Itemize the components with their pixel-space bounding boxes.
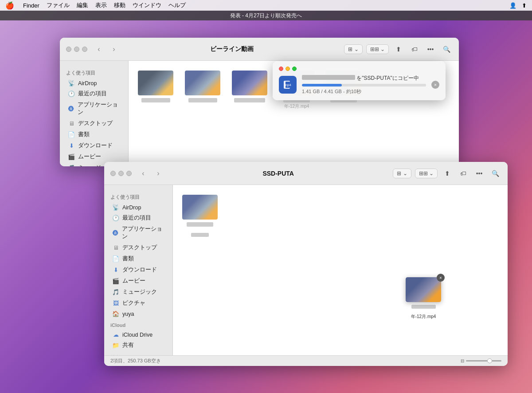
menu-edit[interactable]: 編集	[77, 1, 88, 9]
forward-button-2[interactable]: ›	[153, 168, 164, 179]
sidebar-label: AirDrop	[122, 204, 141, 211]
finder-body-2: よく使う項目 📡 AirDrop 🕐 最近の項目 🅐 アプリケーション 🖥 デス…	[104, 185, 508, 355]
share-button-2[interactable]: ⬆	[441, 167, 454, 180]
search-button-1[interactable]: 🔍	[440, 43, 453, 55]
grid-view-button-2[interactable]: ⊞⊞ ⌄	[415, 169, 437, 178]
places-label-2: 場所	[104, 351, 172, 355]
copy-cancel-button[interactable]: ×	[431, 81, 439, 89]
sidebar-item-photos-2[interactable]: 🖼 ピクチャ	[106, 298, 171, 309]
menu-go[interactable]: 移動	[114, 1, 125, 9]
share-button-1[interactable]: ⬆	[392, 43, 405, 55]
back-button-1[interactable]: ‹	[94, 44, 104, 55]
sidebar-item-apps-1[interactable]: 🅐 アプリケーション	[62, 99, 126, 118]
finder-window-2: ‹ › SSD-PUTA ⊞ ⌄ ⊞⊞ ⌄ ⬆ 🏷 ••• 🔍 よく使う項目 📡…	[104, 162, 508, 366]
sidebar-label: yuya	[122, 311, 134, 317]
sidebar-label: iCloud Drive	[122, 332, 153, 338]
movies-icon: 🎬	[68, 153, 75, 160]
view-btns-3: ⊞ ⌄	[393, 169, 411, 178]
icloud-icon-2: ☁	[112, 331, 119, 338]
sidebar-item-desktop-1[interactable]: 🖥 デスクトップ	[62, 118, 126, 129]
sidebar-item-recent-1[interactable]: 🕐 最近の項目	[62, 88, 126, 99]
menu-file[interactable]: ファイル	[47, 1, 70, 9]
close-button-1[interactable]	[66, 47, 71, 52]
copy-progress-fill	[302, 84, 342, 86]
fullscreen-button-2[interactable]	[126, 171, 132, 176]
grid-view-button-1[interactable]: ⊞⊞ ⌄	[367, 45, 388, 54]
notification-bar: 発表 - 4月27日より順次発売へ	[0, 11, 532, 20]
sidebar-item-airdrop-2[interactable]: 📡 AirDrop	[106, 202, 171, 212]
sidebar-item-movies-2[interactable]: 🎬 ムービー	[106, 275, 171, 287]
status-bar-2: 2項目、250.73 GB空き ⊟	[104, 355, 508, 366]
minimize-button-1[interactable]	[74, 47, 79, 52]
toolbar-actions-1: ⊞ ⌄ ⊞⊞ ⌄ ⬆ 🏷 ••• 🔍	[344, 43, 453, 55]
status-text: 2項目、250.73 GB空き	[110, 358, 161, 364]
slider-track[interactable]	[466, 360, 501, 362]
search-button-2[interactable]: 🔍	[489, 167, 501, 180]
sidebar-label: AirDrop	[78, 80, 97, 86]
sidebar-item-desktop-2[interactable]: 🖥 デスクトップ	[106, 242, 171, 253]
slider-small-icon: ⊟	[461, 358, 464, 363]
sidebar-item-airdrop-1[interactable]: 📡 AirDrop	[62, 78, 126, 88]
finder-window-1: ‹ › ビーライン動画 ⊞ ⌄ ⊞⊞ ⌄ ⬆ 🏷 ••• 🔍 よく使う項目 📡 …	[60, 38, 459, 166]
photos-icon-2: 🖼	[112, 300, 119, 307]
sidebar-item-docs-1[interactable]: 📄 書類	[62, 129, 126, 140]
file-item-2[interactable]	[183, 68, 223, 112]
sidebar-item-user-2[interactable]: 🏠 yuya	[106, 309, 171, 319]
menu-help[interactable]: ヘルプ	[168, 1, 186, 9]
back-button-2[interactable]: ‹	[138, 168, 149, 179]
forward-button-1[interactable]: ›	[109, 44, 119, 55]
menubar: 🍎 Finder ファイル 編集 表示 移動 ウインドウ ヘルプ 👤 ⬆	[0, 0, 532, 11]
drag-overlay-container: × 年-12月.mp4	[406, 277, 441, 320]
sidebar-item-recent-2[interactable]: 🕐 最近の項目	[106, 212, 171, 224]
icon-view-button-1[interactable]: ⊞ ⌄	[344, 45, 362, 54]
apps-icon: 🅐	[68, 106, 74, 112]
menu-finder[interactable]: Finder	[23, 2, 39, 9]
sidebar-item-apps-2[interactable]: 🅐 アプリケーション	[106, 224, 171, 242]
icon-view-button-2[interactable]: ⊞ ⌄	[393, 169, 411, 178]
menu-window[interactable]: ウインドウ	[133, 1, 161, 9]
sidebar-item-movies-1[interactable]: 🎬 ムービー	[62, 151, 126, 162]
view-btns-2: ⊞⊞ ⌄	[366, 44, 389, 54]
file-thumb-1	[138, 71, 173, 95]
tag-button-2[interactable]: 🏷	[457, 167, 469, 180]
copy-file-icon: mp4	[279, 76, 297, 94]
drag-thumbnail	[406, 277, 441, 302]
size-slider[interactable]: ⊟	[461, 358, 501, 363]
drag-close-button[interactable]: ×	[437, 274, 445, 282]
copy-dialog: mp4 を"SSD-PUTA"にコピー中 1.41 GB / 4.41 GB -…	[273, 61, 446, 100]
file-name-1	[141, 98, 170, 103]
copy-progress-bar	[302, 84, 426, 86]
sidebar-item-music-2[interactable]: 🎵 ミュージック	[106, 287, 171, 298]
sidebar-item-downloads-1[interactable]: ⬇ ダウンロード	[62, 140, 126, 151]
sidebar-item-share-2[interactable]: 📁 共有	[106, 340, 171, 351]
drag-thumb-image	[406, 277, 441, 302]
sidebar-item-docs-2[interactable]: 📄 書類	[106, 253, 171, 264]
copy-close-button[interactable]	[279, 67, 283, 71]
tag-button-1[interactable]: 🏷	[408, 43, 421, 55]
copy-minimize-button[interactable]	[286, 67, 290, 71]
sidebar-item-downloads-2[interactable]: ⬇ ダウンロード	[106, 264, 171, 275]
menu-view[interactable]: 表示	[95, 1, 107, 9]
person-icon[interactable]: 👤	[509, 2, 516, 9]
notification-text: 発表 - 4月27日より順次発売へ	[230, 12, 302, 20]
toolbar-2: ‹ › SSD-PUTA ⊞ ⌄ ⊞⊞ ⌄ ⬆ 🏷 ••• 🔍	[104, 162, 508, 185]
more-button-1[interactable]: •••	[424, 43, 437, 55]
copy-dialog-header	[279, 67, 439, 71]
fullscreen-button-1[interactable]	[82, 47, 87, 52]
minimize-button-2[interactable]	[118, 171, 124, 176]
sidebar-item-icloud-2[interactable]: ☁ iCloud Drive	[106, 330, 171, 340]
sidebar-label: 最近の項目	[122, 214, 151, 222]
sidebar-1: よく使う項目 📡 AirDrop 🕐 最近の項目 🅐 アプリケーション 🖥 デス…	[60, 61, 129, 166]
file-item-3[interactable]	[230, 68, 270, 112]
share-icon[interactable]: ⬆	[522, 2, 527, 9]
file-item-1[interactable]	[136, 68, 176, 112]
apple-menu-icon[interactable]: 🍎	[5, 1, 14, 10]
copy-dialog-body: mp4 を"SSD-PUTA"にコピー中 1.41 GB / 4.41 GB -…	[279, 75, 439, 95]
share-folder-icon-2: 📁	[112, 342, 119, 349]
copy-expand-button[interactable]	[292, 67, 297, 71]
file-item-ssd-1[interactable]	[180, 192, 220, 240]
sidebar-label: ダウンロード	[122, 266, 157, 274]
window-title-1: ビーライン動画	[124, 45, 340, 53]
close-button-2[interactable]	[110, 171, 116, 176]
more-button-2[interactable]: •••	[473, 167, 485, 180]
